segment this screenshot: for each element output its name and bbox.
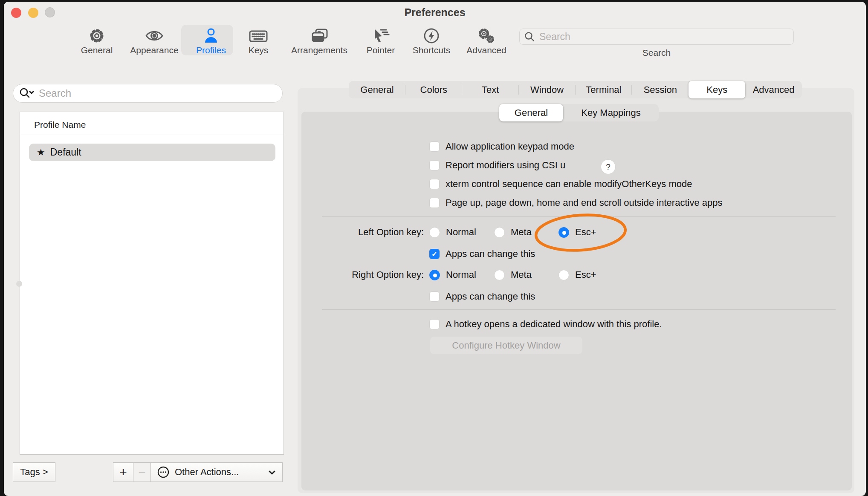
radio-circle[interactable] [429, 227, 440, 238]
left-option-key-label: Left Option key: [321, 227, 424, 238]
toolbar-item-profiles[interactable]: Profiles [185, 25, 237, 55]
profile-list: Profile Name ★ Default [20, 112, 284, 455]
toolbar-item-general[interactable]: General [75, 25, 118, 55]
star-icon: ★ [37, 147, 45, 158]
toolbar-item-label: Shortcuts [413, 45, 451, 55]
subtab-key-mappings[interactable]: Key Mappings [563, 104, 659, 121]
radio-circle[interactable] [558, 270, 569, 280]
window-title: Preferences [4, 6, 866, 19]
keys-general-panel [301, 112, 852, 490]
toolbar-item-label: Pointer [367, 45, 395, 55]
toolbar-item-shortcuts[interactable]: Shortcuts [406, 25, 457, 55]
toolbar-item-label: General [81, 45, 113, 55]
search-menu-icon [19, 87, 34, 99]
tab-general[interactable]: General [349, 81, 405, 98]
eye-icon [145, 26, 164, 45]
desktop-background: Preferences General Appearance [0, 0, 868, 496]
toolbar-search-caption: Search [519, 48, 794, 58]
tags-button[interactable]: Tags > [13, 462, 55, 482]
checkbox-row[interactable]: ✓ Apps can change this [429, 248, 535, 260]
pane-resize-dot[interactable] [16, 281, 22, 287]
cursor-icon [372, 26, 390, 45]
checkbox-allow-keypad[interactable] [429, 141, 440, 152]
checkbox-row[interactable]: Allow application keypad mode [429, 141, 574, 152]
checkbox-row[interactable]: A hotkey opens a dedicated window with t… [429, 319, 662, 330]
checkbox-hotkey-window[interactable] [429, 319, 440, 329]
subtab-general[interactable]: General [499, 104, 563, 121]
ellipsis-circle-icon [157, 466, 170, 479]
toolbar-item-keys[interactable]: Keys [241, 25, 275, 55]
tab-window[interactable]: Window [519, 81, 576, 98]
toolbar-item-label: Appearance [130, 45, 178, 55]
divider [322, 309, 836, 310]
checkbox-row[interactable]: Page up, page down, home and end scroll … [429, 197, 722, 208]
tab-keys[interactable]: Keys [689, 81, 745, 98]
toolbar-item-label: Keys [249, 45, 269, 55]
profile-search-input[interactable] [39, 87, 269, 99]
checkbox-modify-other-keys[interactable] [429, 179, 440, 189]
tab-text[interactable]: Text [462, 81, 519, 98]
help-button[interactable]: ? [601, 159, 616, 174]
profile-row-default[interactable]: ★ Default [29, 144, 275, 161]
toolbar-search-input[interactable] [539, 31, 778, 43]
toolbar-item-label: Profiles [196, 45, 226, 55]
tab-advanced[interactable]: Advanced [745, 81, 802, 98]
profile-name: Default [50, 147, 81, 158]
toolbar-item-appearance[interactable]: Appearance [124, 25, 184, 55]
checkbox-label: Allow application keypad mode [446, 141, 574, 152]
checkbox-row[interactable]: Apps can change this [429, 291, 535, 302]
person-icon [203, 26, 220, 45]
toolbar-item-pointer[interactable]: Pointer [359, 25, 402, 55]
toolbar-item-label: Arrangements [291, 45, 347, 55]
right-option-key-label: Right Option key: [321, 269, 424, 280]
checkbox-row[interactable]: Report modifiers using CSI u [429, 160, 565, 171]
radio-right-esc[interactable]: Esc+ [558, 269, 596, 280]
bolt-circle-icon [423, 26, 440, 45]
radio-right-meta[interactable]: Meta [494, 269, 532, 280]
preferences-window: Preferences General Appearance [4, 2, 866, 496]
checkbox-label: Report modifiers using CSI u [446, 160, 565, 171]
radio-circle[interactable] [558, 227, 569, 238]
add-profile-button[interactable]: + [113, 462, 133, 482]
radio-circle[interactable] [494, 227, 505, 238]
checkbox-label: Apps can change this [446, 291, 535, 302]
divider [20, 135, 284, 135]
radio-left-esc[interactable]: Esc+ [558, 227, 596, 238]
radio-circle[interactable] [494, 270, 505, 280]
profile-search-field[interactable] [13, 84, 283, 103]
toolbar-item-advanced[interactable]: Advanced [461, 25, 512, 55]
tab-colors[interactable]: Colors [405, 81, 462, 98]
search-icon [524, 31, 535, 42]
checkbox-row[interactable]: xterm control sequence can enable modify… [429, 179, 692, 190]
radio-right-normal[interactable]: Normal [429, 269, 476, 280]
other-actions-label: Other Actions... [175, 467, 239, 478]
keyboard-icon [249, 26, 268, 45]
keys-subtabs: General Key Mappings [499, 104, 659, 121]
checkbox-page-scroll[interactable] [429, 198, 440, 208]
tab-session[interactable]: Session [632, 81, 689, 98]
gear-icon [88, 26, 105, 45]
profile-list-column-header: Profile Name [34, 120, 86, 130]
configure-hotkey-window-button: Configure Hotkey Window [430, 337, 582, 354]
checkbox-apps-change-right[interactable] [429, 291, 440, 302]
checkbox-csi-u[interactable] [429, 160, 440, 170]
radio-left-normal[interactable]: Normal [429, 227, 476, 238]
toolbar-item-label: Advanced [466, 45, 506, 55]
gears-icon [477, 26, 496, 45]
divider [322, 216, 836, 217]
checkbox-label: A hotkey opens a dedicated window with t… [446, 319, 662, 330]
checkbox-apps-change-left[interactable]: ✓ [429, 249, 440, 259]
other-actions-dropdown[interactable]: Other Actions... [150, 462, 283, 482]
tab-terminal[interactable]: Terminal [576, 81, 632, 98]
checkbox-label: Page up, page down, home and end scroll … [446, 197, 722, 208]
chevron-down-icon [269, 470, 275, 475]
checkbox-label: xterm control sequence can enable modify… [446, 179, 692, 190]
toolbar-search-field[interactable] [519, 29, 794, 45]
remove-profile-button[interactable]: − [133, 462, 151, 482]
radio-circle[interactable] [429, 270, 440, 280]
radio-left-meta[interactable]: Meta [494, 227, 532, 238]
profile-section-tabs: General Colors Text Window Terminal Sess… [349, 81, 802, 98]
windows-icon [310, 26, 329, 45]
checkbox-label: Apps can change this [446, 248, 535, 260]
toolbar-item-arrangements[interactable]: Arrangements [286, 25, 353, 55]
